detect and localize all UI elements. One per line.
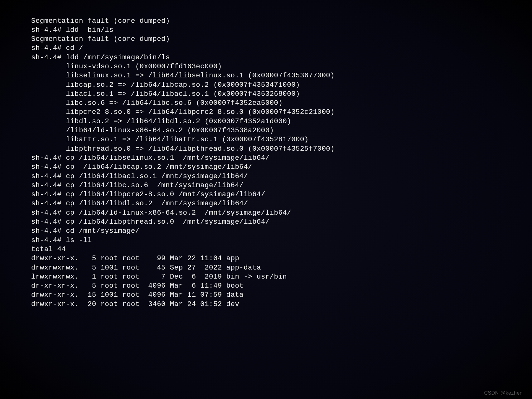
terminal-output: Segmentation fault (core dumped) sh-4.4#… bbox=[31, 17, 504, 309]
watermark: CSDN @kezhen bbox=[484, 390, 523, 396]
terminal-screen[interactable]: Segmentation fault (core dumped) sh-4.4#… bbox=[0, 0, 532, 399]
